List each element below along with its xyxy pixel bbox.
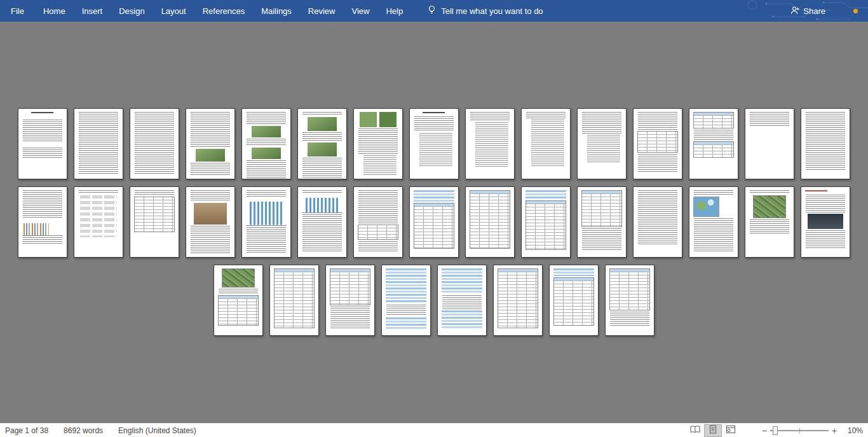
thumb-lines <box>23 190 62 218</box>
thumb-lines <box>750 112 789 126</box>
thumb-lines <box>638 154 677 173</box>
tab-insert[interactable]: Insert <box>74 0 111 22</box>
thumb-dark <box>808 214 843 229</box>
thumb-gridB <box>498 268 538 328</box>
thumb-bluerows <box>526 190 566 199</box>
page-thumbnail[interactable] <box>605 265 654 336</box>
page-thumbnail[interactable] <box>465 108 515 179</box>
thumb-lines <box>191 190 230 202</box>
share-label: Share <box>803 6 825 16</box>
page-thumbnail[interactable] <box>801 108 850 179</box>
page-thumbnail[interactable] <box>521 108 571 179</box>
page-thumbnail[interactable] <box>297 108 347 179</box>
thumb-lines <box>302 132 342 141</box>
thumb-lines <box>694 190 733 195</box>
page-thumbnail[interactable] <box>74 108 123 179</box>
word-count[interactable]: 8692 words <box>64 426 103 435</box>
thumb-lines <box>191 163 230 176</box>
language-indicator[interactable]: English (United States) <box>118 426 196 435</box>
page-thumbnail[interactable] <box>465 186 515 258</box>
page-thumbnail[interactable] <box>577 108 627 179</box>
tab-view[interactable]: View <box>343 0 377 22</box>
zoom-out-button[interactable]: − <box>759 426 770 436</box>
tab-layout[interactable]: Layout <box>153 0 194 22</box>
page-thumbnail[interactable] <box>325 265 375 336</box>
page-thumbnail[interactable] <box>437 265 487 336</box>
thumb-bluerows <box>386 317 426 329</box>
pages-row <box>0 108 868 179</box>
page-thumbnail[interactable] <box>18 108 67 179</box>
page-thumbnail[interactable] <box>74 186 123 258</box>
zoom-in-button[interactable]: + <box>829 426 840 436</box>
thumb-lines <box>330 307 370 328</box>
thumb-lines <box>247 112 286 125</box>
page-thumbnail[interactable] <box>130 186 179 258</box>
thumb-photo <box>308 142 337 156</box>
page-thumbnail[interactable] <box>353 108 403 179</box>
print-layout-icon <box>708 425 718 436</box>
read-mode-button[interactable] <box>686 424 704 437</box>
tell-me-box[interactable]: Tell me what you want to do <box>428 5 543 17</box>
thumb-lines <box>610 312 649 327</box>
thumb-list <box>475 122 508 167</box>
page-thumbnail[interactable] <box>549 265 599 336</box>
page-thumbnail[interactable] <box>633 186 682 258</box>
page-thumbnail[interactable] <box>689 108 738 179</box>
page-thumbnail[interactable] <box>269 265 319 336</box>
page-thumbnail[interactable] <box>577 186 627 258</box>
tab-references[interactable]: References <box>194 0 253 22</box>
thumb-tan <box>194 203 226 225</box>
print-layout-button[interactable] <box>704 424 722 437</box>
thumb-photo <box>252 148 281 159</box>
pages-row <box>0 265 868 336</box>
thumb-gridB <box>218 295 259 326</box>
tab-review[interactable]: Review <box>300 0 344 22</box>
page-thumbnail[interactable] <box>214 265 263 336</box>
page-thumbnail[interactable] <box>18 186 67 258</box>
page-thumbnail[interactable] <box>801 186 850 258</box>
tab-file[interactable]: File <box>0 0 35 22</box>
page-thumbnail[interactable] <box>241 186 291 258</box>
thumb-lines <box>750 219 789 233</box>
thumb-lines <box>470 112 510 121</box>
web-layout-icon <box>726 425 736 436</box>
page-indicator[interactable]: Page 1 of 38 <box>5 426 48 435</box>
page-thumbnail[interactable] <box>353 186 403 258</box>
thumb-list <box>419 133 452 167</box>
thumb-lines <box>386 305 426 316</box>
zoom-slider-thumb[interactable] <box>773 426 778 435</box>
read-mode-icon <box>690 425 700 436</box>
page-thumbnail[interactable] <box>241 108 291 179</box>
tab-home[interactable]: Home <box>35 0 74 22</box>
tab-mailings[interactable]: Mailings <box>253 0 300 22</box>
thumb-aerial <box>753 195 785 218</box>
thumb-bluerows <box>442 310 482 328</box>
tab-help[interactable]: Help <box>377 0 411 22</box>
zoom-level[interactable]: 10% <box>840 426 863 435</box>
document-canvas[interactable] <box>0 22 868 423</box>
share-button[interactable]: Share <box>785 3 831 19</box>
thumb-lines <box>806 112 845 170</box>
thumb-gridB <box>470 190 510 249</box>
page-thumbnail[interactable] <box>409 108 459 179</box>
page-thumbnail[interactable] <box>745 108 794 179</box>
page-thumbnail[interactable] <box>745 186 794 258</box>
page-thumbnail[interactable] <box>130 108 179 179</box>
zoom-slider[interactable] <box>770 424 829 437</box>
tab-design[interactable]: Design <box>111 0 153 22</box>
thumb-bluerows <box>414 190 454 202</box>
page-thumbnail[interactable] <box>186 186 235 258</box>
thumb-lines <box>694 218 733 251</box>
web-layout-button[interactable] <box>722 424 740 437</box>
thumb-lines <box>247 190 286 197</box>
page-thumbnail[interactable] <box>409 186 459 258</box>
page-thumbnail[interactable] <box>521 186 571 258</box>
page-thumbnail[interactable] <box>186 108 235 179</box>
page-thumbnail[interactable] <box>689 186 738 258</box>
page-thumbnail[interactable] <box>633 108 682 179</box>
thumb-gridB <box>581 190 622 227</box>
page-thumbnail[interactable] <box>493 265 543 336</box>
page-thumbnail[interactable] <box>381 265 431 336</box>
page-thumbnail[interactable] <box>297 186 347 258</box>
thumb-map <box>693 197 719 217</box>
